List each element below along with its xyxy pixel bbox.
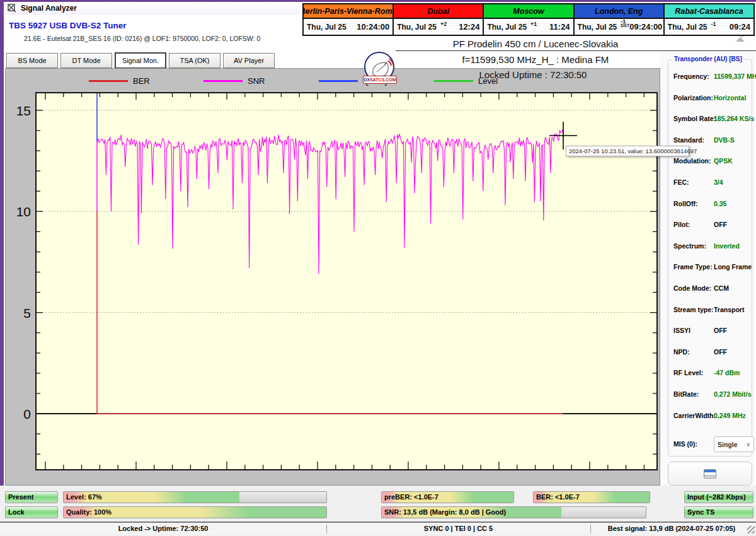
- mis-row: MIS (0): Single ∨: [673, 440, 750, 449]
- window-frame-left: [0, 0, 4, 536]
- clock-time-row: Thu, Jul 25 10:24:00: [304, 19, 392, 35]
- utc-offset: -1DST: [621, 18, 629, 29]
- tab-tsa-ok-[interactable]: TSA (OK): [169, 53, 220, 68]
- field-modulation-: Modulation: QPSK: [673, 157, 750, 166]
- legend-swatch: [434, 80, 473, 82]
- field-fec-: FEC: 3/4: [673, 178, 750, 187]
- field-value: 0,249 MHz: [714, 412, 746, 419]
- field-value: Horizontal: [714, 94, 746, 102]
- field-value: 0,272 Mbit/s: [714, 390, 752, 398]
- mode-tabs: BS ModeDT ModeSignal Mon.TSA (OK)AV Play…: [6, 53, 275, 69]
- field-label: RollOff:: [673, 200, 698, 207]
- field-label: RF Level:: [673, 369, 703, 376]
- field-label: Modulation:: [673, 157, 711, 165]
- window-title: Signal Analyzer: [21, 4, 77, 13]
- clock-date: Thu, Jul 25: [487, 23, 527, 32]
- site-header: PF Prodelin 450 cm / Lucenec-Slovakia: [397, 38, 674, 49]
- legend-item-snr: SNR: [203, 76, 265, 86]
- transponder-list-button[interactable]: [668, 462, 752, 486]
- mis-value: Single: [718, 441, 738, 448]
- indicator-present: Present: [5, 491, 58, 503]
- mis-dropdown[interactable]: Single ∨: [714, 436, 754, 452]
- field-value: OFF: [714, 348, 727, 356]
- indicator-label: Lock: [8, 508, 25, 516]
- clock-date: Thu, Jul 25: [307, 23, 346, 32]
- indicator-level: Level: 67%: [63, 491, 327, 503]
- clock-time: 09:24: [730, 22, 750, 32]
- app-dish-icon: [8, 4, 16, 13]
- legend-label: BER: [133, 76, 150, 86]
- indicator-label: preBER: <1.0E-7: [384, 493, 438, 501]
- indicator-quality: Quality: 100%: [63, 506, 327, 518]
- utc-offset: +1: [530, 21, 537, 27]
- field-rf-level-: RF Level: -47 dBm: [673, 369, 750, 378]
- resize-grip-icon[interactable]: [747, 526, 755, 533]
- indicator-input-kbps-: Input (~282 Kbps): [684, 491, 753, 503]
- field-label: Stream type:: [673, 306, 714, 313]
- transponder-groupbox: Transponder (AU) [BS] Frequency: 11599,3…: [668, 59, 752, 457]
- tab-signal-mon-[interactable]: Signal Mon.: [115, 52, 166, 69]
- y-axis-label-10: 10: [9, 204, 31, 219]
- clock-time-row: Thu, Jul 25-1DST 09:24:00: [575, 19, 663, 35]
- title-bar[interactable]: Signal Analyzer: [4, 2, 300, 15]
- field-label: Pilot:: [673, 221, 690, 228]
- clock-time-row: Thu, Jul 25+1 11:24: [484, 19, 573, 35]
- field-value: CCM: [714, 284, 729, 292]
- indicator-label: BER: <1.0E-7: [536, 493, 580, 501]
- tab-dt-mode[interactable]: DT Mode: [60, 53, 112, 68]
- signal-plot-svg: [37, 93, 656, 469]
- field-label: CarrierWidth:: [673, 412, 716, 419]
- clock-rabat-casablanca: Rabat-Casablanca Thu, Jul 25-1 09:24: [665, 4, 753, 35]
- field-code-mode-: Code Mode: CCM: [673, 284, 750, 293]
- tuner-name: TBS 5927 USB DVB-S2 Tuner: [9, 21, 127, 30]
- field-value: -47 dBm: [714, 369, 740, 376]
- field-label: BitRate:: [673, 390, 699, 398]
- mis-label: MIS (0):: [673, 440, 697, 448]
- field-label: Standard:: [673, 136, 704, 144]
- tab-av-player[interactable]: AV Player: [223, 53, 275, 68]
- field-symbol-rate-: Symbol Rate: 185,264 KS/s: [673, 115, 750, 124]
- field-pilot-: Pilot: OFF: [673, 221, 750, 230]
- y-axis-label-0: 0: [9, 407, 31, 422]
- indicator-label: Quality: 100%: [66, 508, 112, 516]
- clock-moscow: Moscow Thu, Jul 25+1 11:24: [484, 4, 574, 35]
- field-value: Transport: [714, 306, 744, 313]
- legend-swatch: [203, 80, 243, 82]
- tab-bs-mode[interactable]: BS Mode: [6, 53, 58, 68]
- legend-label: SNR: [248, 76, 265, 86]
- signal-analyzer-window: Signal Analyzer TBS 5927 USB DVB-S2 Tune…: [0, 0, 756, 536]
- indicator-sync-ts: Sync TS: [684, 506, 753, 518]
- legend-swatch: [89, 80, 128, 82]
- legend-item-ber: BER: [89, 76, 150, 86]
- clock-city: Moscow: [484, 4, 573, 19]
- indicator-label: Input (~282 Kbps): [687, 493, 746, 501]
- chevron-down-icon: ∨: [746, 441, 750, 448]
- clock-city: Rabat-Casablanca: [665, 4, 753, 19]
- statusbar-best-signal: Best signal: 13,9 dB (2024-07-25 07:05): [590, 525, 753, 535]
- locked-uptime: Locked Uptime : 72:30:50: [379, 69, 687, 80]
- indicator-ber: BER: <1.0E-7: [533, 491, 650, 503]
- signal-plot[interactable]: [35, 92, 658, 470]
- field-polarization-: Polarization: Horizontal: [673, 94, 750, 103]
- clock-dubai: Dubai Thu, Jul 25+2 12:24: [394, 4, 484, 35]
- field-label: ISSYI: [673, 327, 690, 334]
- field-value: Long Frame: [714, 263, 752, 271]
- indicator-label: SNR: 13,5 dB (Margin: 8,0 dB | Good): [384, 508, 506, 516]
- clock-time: 11:24: [549, 22, 570, 32]
- utc-offset: -1: [711, 21, 716, 27]
- field-value: 185,264 KS/s: [714, 115, 754, 122]
- field-label: Polarization:: [673, 94, 713, 102]
- logo-label: DXSATCS.COM: [363, 76, 397, 84]
- indicator-label: Level: 67%: [66, 493, 102, 501]
- header-divider: [396, 50, 756, 51]
- field-label: FEC:: [673, 178, 689, 186]
- field-value: DVB-S: [714, 136, 735, 144]
- clock-time: 12:24: [459, 22, 479, 32]
- chart-panel: BERSNRQualityLevel Locked Uptime : 72:30…: [5, 68, 660, 486]
- field-spectrum-: Spectrum: Inverted: [673, 242, 750, 251]
- utc-offset: +2: [440, 21, 447, 27]
- indicator-preber: preBER: <1.0E-7: [381, 491, 514, 503]
- satellite-dish-icon: [735, 36, 746, 42]
- statusbar-lock-uptime: Locked -> Uptime: 72:30:50: [0, 525, 326, 535]
- clock-time-row: Thu, Jul 25+2 12:24: [394, 19, 483, 35]
